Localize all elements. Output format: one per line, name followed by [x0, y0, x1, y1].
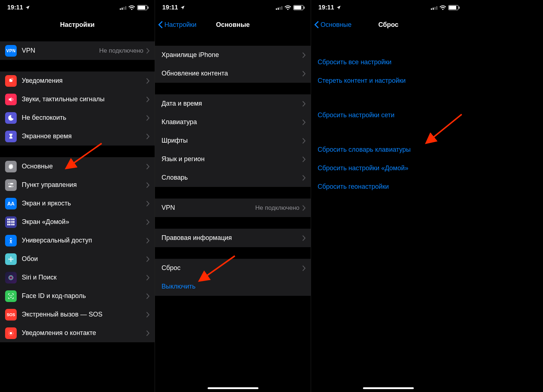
svg-point-14 [10, 276, 12, 279]
svg-point-6 [12, 186, 13, 187]
chevron-left-icon [158, 21, 163, 29]
siri-icon [5, 272, 17, 283]
chevron-right-icon [302, 138, 306, 144]
row-label: Уведомления о контакте [22, 329, 146, 337]
row-wallpaper[interactable]: Обои [0, 250, 155, 268]
row-label: Face ID и код-пароль [22, 292, 146, 300]
chevron-right-icon [146, 219, 150, 225]
action-reset-keyboard-dictionary[interactable]: Сбросить словарь клавиатуры [311, 140, 466, 159]
action-label: Сбросить геонастройки [318, 183, 389, 191]
row-reset[interactable]: Сброс [155, 259, 311, 277]
hourglass-icon [5, 131, 17, 142]
row-detail: Не подключено [255, 204, 299, 212]
nav-bar: Основные Сброс [311, 15, 466, 34]
action-reset-all-settings[interactable]: Сбросить все настройки [311, 53, 466, 72]
status-time: 19:11 [7, 4, 23, 11]
row-general[interactable]: Основные [0, 157, 155, 176]
action-reset-home-layout[interactable]: Сбросить настройки «Домой» [311, 159, 466, 177]
row-accessibility[interactable]: Универсальный доступ [0, 231, 155, 250]
accessibility-icon [5, 235, 17, 246]
chevron-right-icon [302, 156, 306, 162]
row-label: Сброс [162, 264, 302, 272]
svg-point-9 [10, 256, 12, 258]
chevron-right-icon [146, 182, 150, 188]
row-sounds[interactable]: Звуки, тактильные сигналы [0, 90, 155, 109]
chevron-right-icon [146, 330, 150, 336]
row-fonts[interactable]: Шрифты [155, 131, 311, 150]
chevron-right-icon [146, 201, 150, 207]
row-iphone-storage[interactable]: Хранилище iPhone [155, 46, 311, 64]
chevron-right-icon [146, 256, 150, 262]
back-button[interactable]: Основные [314, 15, 351, 34]
row-date-time[interactable]: Дата и время [155, 94, 311, 113]
row-vpn[interactable]: VPN VPN Не подключено [0, 41, 155, 60]
row-detail: Не подключено [99, 47, 143, 54]
battery-icon [137, 5, 147, 10]
row-siri[interactable]: Siri и Поиск [0, 268, 155, 287]
gear-icon [5, 161, 17, 172]
row-label: Экран «Домой» [22, 218, 146, 226]
phone-settings: 19:11 Настройки VPN VPN Не подключено [0, 0, 155, 392]
row-label: Обои [22, 255, 146, 263]
row-exposure[interactable]: Уведомления о контакте [0, 324, 155, 342]
row-label: Уведомления [22, 77, 146, 85]
row-home-screen[interactable]: Экран «Домой» [0, 213, 155, 231]
action-reset-location[interactable]: Сбросить геонастройки [311, 177, 466, 196]
chevron-right-icon [302, 235, 306, 241]
row-notifications[interactable]: Уведомления [0, 72, 155, 90]
back-button[interactable]: Настройки [158, 15, 196, 34]
row-label: Язык и регион [162, 155, 302, 163]
home-indicator[interactable] [208, 387, 258, 389]
status-bar: 19:11 [311, 0, 466, 15]
row-shutdown[interactable]: Выключить [155, 277, 311, 296]
row-label: Пункт управления [22, 181, 146, 189]
row-screen-time[interactable]: Экранное время [0, 127, 155, 146]
row-background-refresh[interactable]: Обновление контента [155, 64, 311, 83]
vpn-icon: VPN [5, 45, 17, 57]
row-faceid[interactable]: Face ID и код-пароль [0, 287, 155, 305]
row-dictionary[interactable]: Словарь [155, 168, 311, 187]
row-keyboard[interactable]: Клавиатура [155, 113, 311, 131]
row-label: Экранное время [22, 132, 146, 140]
chevron-right-icon [302, 119, 306, 125]
row-label: Звуки, тактильные сигналы [22, 95, 146, 103]
row-do-not-disturb[interactable]: Не беспокоить [0, 109, 155, 127]
wifi-icon [440, 5, 446, 10]
row-language-region[interactable]: Язык и регион [155, 150, 311, 168]
cellular-signal-icon [120, 5, 126, 10]
svg-point-15 [10, 295, 10, 295]
svg-point-8 [10, 258, 12, 260]
row-label: VPN [162, 204, 255, 212]
home-indicator[interactable] [363, 387, 414, 389]
chevron-right-icon [146, 97, 150, 102]
svg-point-17 [10, 332, 12, 334]
svg-point-10 [10, 260, 12, 261]
location-arrow-icon [180, 5, 185, 10]
row-vpn[interactable]: VPN Не подключено [155, 199, 311, 217]
chevron-right-icon [302, 175, 306, 181]
cellular-signal-icon [276, 5, 282, 10]
svg-point-12 [12, 258, 13, 260]
svg-point-7 [10, 238, 11, 239]
row-legal[interactable]: Правовая информация [155, 229, 311, 247]
chevron-right-icon [146, 48, 150, 54]
action-label: Стереть контент и настройки [318, 77, 406, 85]
text-size-icon: AA [5, 198, 17, 209]
row-sos[interactable]: SOS Экстренный вызов — SOS [0, 305, 155, 324]
action-reset-network[interactable]: Сбросить настройки сети [311, 106, 466, 124]
row-label: Хранилище iPhone [162, 51, 302, 59]
row-label: Не беспокоить [22, 114, 146, 122]
row-display[interactable]: AA Экран и яркость [0, 194, 155, 213]
page-title: Основные [216, 21, 250, 29]
row-label: Обновление контента [162, 70, 302, 77]
nav-bar: Настройки Основные [155, 15, 311, 34]
svg-point-16 [12, 295, 12, 295]
row-label: Siri и Поиск [22, 274, 146, 281]
location-arrow-icon [25, 5, 30, 10]
action-erase-all[interactable]: Стереть контент и настройки [311, 72, 466, 90]
battery-icon [293, 5, 303, 10]
row-control-center[interactable]: Пункт управления [0, 176, 155, 194]
speaker-icon [5, 94, 17, 105]
wifi-icon [128, 5, 135, 10]
row-label: Клавиатура [162, 118, 302, 126]
